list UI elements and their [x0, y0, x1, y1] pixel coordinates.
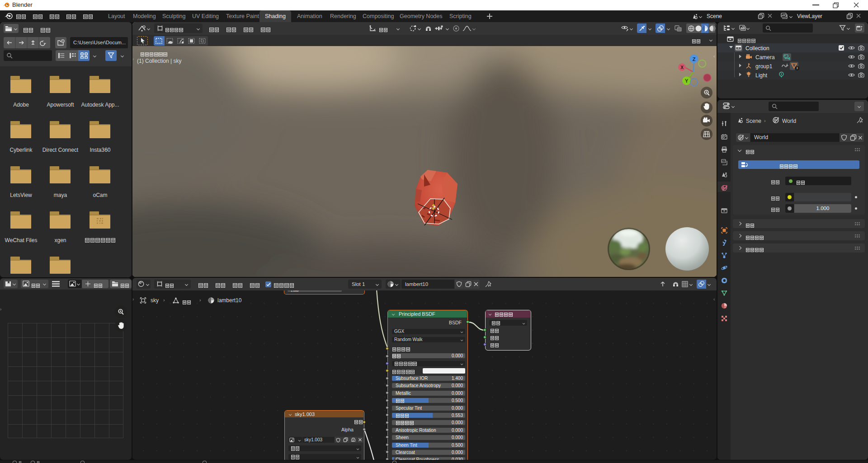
- svg-text:Y: Y: [685, 78, 689, 84]
- svg-text:X: X: [680, 65, 684, 70]
- svg-text:Z: Z: [693, 56, 696, 62]
